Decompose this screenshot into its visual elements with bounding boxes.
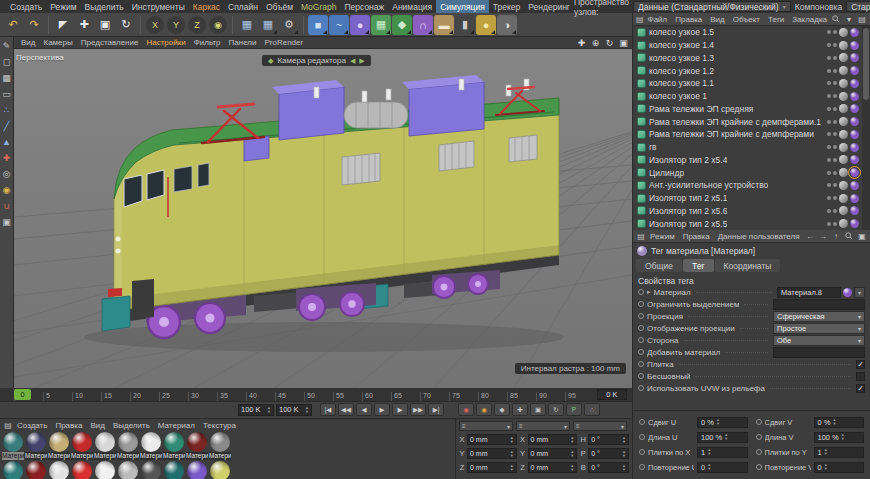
coord-system-button[interactable]: ◉	[209, 16, 227, 34]
axis-mode-icon[interactable]: ✚	[1, 152, 13, 164]
material-tag-icon[interactable]	[850, 219, 859, 228]
rotate-tool-icon[interactable]: ↻	[116, 15, 136, 35]
visibility-dot-render[interactable]	[833, 81, 837, 85]
phong-tag-icon[interactable]	[839, 143, 848, 152]
checkbox[interactable]: ✓	[856, 360, 865, 369]
spinner-arrows[interactable]: ▲▼	[510, 464, 514, 472]
material-swatch[interactable]: Матери...	[25, 461, 47, 479]
animation-dot[interactable]	[638, 337, 644, 343]
object-row[interactable]: Изолятор тип 2 x5.6	[633, 205, 870, 218]
material-swatch[interactable]: Матери...	[2, 432, 24, 460]
material-tag-icon[interactable]	[850, 181, 859, 190]
material-tag-icon[interactable]	[850, 104, 859, 113]
object-row[interactable]: Изолятор тип 2 x5.5	[633, 217, 870, 230]
material-swatch[interactable]: Матери...	[2, 461, 24, 479]
add-deformer-button[interactable]: ∩	[413, 15, 433, 35]
workplane-lock-icon[interactable]: ▣	[1, 216, 13, 228]
coordinate-field[interactable]: 0 °▲▼	[588, 434, 629, 445]
animation-dot[interactable]	[756, 434, 762, 440]
play-button[interactable]: ▶	[374, 403, 390, 416]
record-keyframe-button[interactable]: ◉	[458, 403, 474, 416]
visibility-dot-render[interactable]	[833, 120, 837, 124]
viewport-menu-item[interactable]: ProRender	[260, 38, 307, 47]
menubar-item[interactable]: Инструменты	[128, 0, 189, 13]
render-view-button[interactable]: ▦	[237, 15, 257, 35]
coordinate-field[interactable]: 0 mm▲▼	[467, 462, 517, 473]
render-picture-viewer-button[interactable]: ▦	[258, 15, 278, 35]
maximize-view-icon[interactable]: ▣	[618, 37, 629, 48]
object-row[interactable]: Изолятор тип 2 x5.4	[633, 154, 870, 167]
camera-next-icon[interactable]: ▶	[359, 57, 364, 65]
visibility-dot-editor[interactable]	[827, 158, 831, 162]
lock-y-button[interactable]: Y	[167, 16, 185, 34]
viewport-menu-item[interactable]: Панели	[225, 38, 261, 47]
visibility-dot-render[interactable]	[833, 69, 837, 73]
spin-down-icon[interactable]: ▼	[570, 468, 574, 472]
animation-dot[interactable]	[638, 325, 644, 331]
object-row[interactable]: колесо узкое 1	[633, 90, 870, 103]
phong-tag-icon[interactable]	[839, 130, 848, 139]
workplane-mode-icon[interactable]: ▭	[1, 88, 13, 100]
spin-down-icon[interactable]: ▼	[824, 452, 828, 456]
zoom-view-icon[interactable]: ⊕	[590, 37, 601, 48]
phong-tag-icon[interactable]	[839, 194, 848, 203]
uv-field[interactable]: 1▲▼	[814, 447, 865, 458]
spin-down-icon[interactable]: ▼	[570, 454, 574, 458]
spinner-arrows[interactable]: ▲▼	[510, 450, 514, 458]
camera-selector[interactable]: ◆ Камера редактора ◀ ▶	[262, 55, 371, 66]
scrollbar-thumb[interactable]	[863, 28, 869, 100]
material-link-menu-icon[interactable]: ▾	[854, 287, 865, 298]
spin-down-icon[interactable]: ▼	[716, 422, 720, 426]
spinner-arrows[interactable]: ▲▼	[824, 448, 828, 456]
redo-icon[interactable]: ↷	[24, 15, 44, 35]
dropdown[interactable]: Сферическая▾	[773, 311, 865, 322]
node-space-select[interactable]: Данные (Стандартный/Физический)▾	[633, 1, 791, 12]
material-tag-icon[interactable]	[850, 66, 859, 75]
material-swatch[interactable]: Матери...	[209, 461, 231, 479]
mm-menu-item[interactable]: Выделить	[109, 421, 154, 430]
next-frame-button[interactable]: ▶	[392, 403, 408, 416]
visibility-dot-render[interactable]	[833, 196, 837, 200]
object-row[interactable]: Цилиндр	[633, 166, 870, 179]
menubar-item[interactable]: Рендеринг	[524, 0, 574, 13]
visibility-dot-editor[interactable]	[827, 183, 831, 187]
visibility-dot-render[interactable]	[833, 94, 837, 98]
record-pla-button[interactable]: ∴	[584, 403, 600, 416]
animation-dot[interactable]	[638, 385, 644, 391]
add-mograph-button[interactable]: ▦	[371, 15, 391, 35]
visibility-dot-editor[interactable]	[827, 30, 831, 34]
visibility-dot-render[interactable]	[833, 107, 837, 111]
add-spline-button[interactable]: ~	[329, 15, 349, 35]
pan-view-icon[interactable]: ✚	[576, 37, 587, 48]
mm-menu-item[interactable]: Материал	[154, 421, 199, 430]
coordinate-field[interactable]: 0 mm▲▼	[528, 434, 578, 445]
phong-tag-icon[interactable]	[839, 104, 848, 113]
texture-mode-icon[interactable]: ▦	[1, 72, 13, 84]
spinner-arrows[interactable]: ▲▼	[724, 433, 728, 441]
material-tag-icon[interactable]	[850, 117, 859, 126]
menubar-item[interactable]: Создать	[6, 0, 46, 13]
history-back-icon[interactable]: ←	[805, 231, 815, 241]
polygons-mode-icon[interactable]: ▲	[1, 136, 13, 148]
mm-menu-item[interactable]: Создать	[13, 421, 51, 430]
viewport-menu-item[interactable]: Фильтр	[190, 38, 225, 47]
timeline-ruler[interactable]: 05101520253035404550556065707580859095 0…	[0, 388, 632, 402]
phong-tag-icon[interactable]	[839, 117, 848, 126]
layout-select[interactable]: Стартовая▾	[846, 1, 870, 12]
timeline-playhead[interactable]: 0	[14, 389, 31, 400]
material-tag-icon[interactable]	[850, 143, 859, 152]
spinner-arrows[interactable]: ▲▼	[570, 464, 574, 472]
animation-dot[interactable]	[638, 289, 644, 295]
material-tag-icon[interactable]	[850, 206, 859, 215]
uv-field[interactable]: 100 %▲▼	[697, 432, 748, 443]
lock-x-button[interactable]: X	[146, 16, 164, 34]
material-swatch[interactable]: Матери...	[117, 461, 139, 479]
object-row[interactable]: колесо узкое 1.1	[633, 77, 870, 90]
keyframe-selection-button[interactable]: ◆	[494, 403, 510, 416]
visibility-dot-editor[interactable]	[827, 145, 831, 149]
spin-down-icon[interactable]: ▼	[724, 437, 728, 441]
viewport-menu-item[interactable]: Камеры	[39, 38, 76, 47]
visibility-dot-editor[interactable]	[827, 222, 831, 226]
animation-dot[interactable]	[638, 373, 644, 379]
visibility-dot-editor[interactable]	[827, 56, 831, 60]
